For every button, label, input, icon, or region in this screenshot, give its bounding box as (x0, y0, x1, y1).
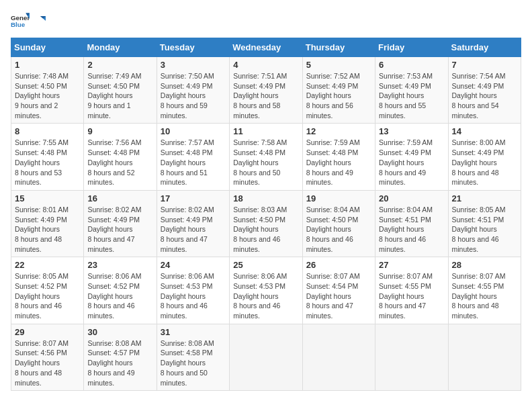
day-info: Sunrise: 7:49 AM Sunset: 4:50 PM Dayligh… (87, 71, 152, 120)
day-of-week-header: Thursday (302, 38, 375, 57)
calendar-day-cell: 20 Sunrise: 8:04 AM Sunset: 4:51 PM Dayl… (375, 190, 448, 257)
calendar-day-cell: 15 Sunrise: 8:01 AM Sunset: 4:49 PM Dayl… (11, 190, 84, 257)
day-info: Sunrise: 8:03 AM Sunset: 4:50 PM Dayligh… (233, 205, 298, 254)
day-info: Sunrise: 8:07 AM Sunset: 4:55 PM Dayligh… (452, 271, 517, 320)
calendar-table: SundayMondayTuesdayWednesdayThursdayFrid… (11, 38, 521, 391)
day-info: Sunrise: 7:50 AM Sunset: 4:49 PM Dayligh… (161, 71, 226, 120)
day-info: Sunrise: 8:07 AM Sunset: 4:56 PM Dayligh… (15, 338, 80, 387)
day-number: 1 (15, 60, 80, 70)
day-number: 29 (15, 327, 80, 337)
day-info: Sunrise: 8:02 AM Sunset: 4:49 PM Dayligh… (161, 205, 226, 254)
day-number: 5 (306, 60, 371, 70)
calendar-day-cell: 13 Sunrise: 7:59 AM Sunset: 4:49 PM Dayl… (375, 124, 448, 190)
day-info: Sunrise: 8:06 AM Sunset: 4:52 PM Dayligh… (87, 271, 152, 320)
day-number: 15 (15, 193, 80, 203)
day-info: Sunrise: 7:51 AM Sunset: 4:49 PM Dayligh… (233, 71, 298, 120)
calendar-day-cell: 30 Sunrise: 8:08 AM Sunset: 4:57 PM Dayl… (84, 324, 157, 390)
day-number: 24 (161, 260, 226, 270)
calendar-day-cell: 8 Sunrise: 7:55 AM Sunset: 4:48 PM Dayli… (11, 124, 84, 190)
day-number: 31 (161, 327, 226, 337)
calendar-day-cell: 9 Sunrise: 7:56 AM Sunset: 4:48 PM Dayli… (84, 124, 157, 190)
day-number: 12 (306, 126, 371, 136)
calendar-day-cell: 6 Sunrise: 7:53 AM Sunset: 4:49 PM Dayli… (375, 57, 448, 124)
day-info: Sunrise: 7:59 AM Sunset: 4:49 PM Dayligh… (379, 138, 444, 187)
calendar-day-cell: 26 Sunrise: 8:07 AM Sunset: 4:54 PM Dayl… (302, 257, 375, 324)
day-info: Sunrise: 7:52 AM Sunset: 4:49 PM Dayligh… (306, 71, 371, 120)
day-number: 6 (379, 60, 444, 70)
calendar-day-cell: 2 Sunrise: 7:49 AM Sunset: 4:50 PM Dayli… (84, 57, 157, 124)
day-number: 16 (87, 193, 152, 203)
calendar-day-cell: 27 Sunrise: 8:07 AM Sunset: 4:55 PM Dayl… (375, 257, 448, 324)
day-info: Sunrise: 7:53 AM Sunset: 4:49 PM Dayligh… (379, 71, 444, 120)
day-number: 13 (379, 126, 444, 136)
day-info: Sunrise: 8:00 AM Sunset: 4:49 PM Dayligh… (452, 138, 517, 187)
day-of-week-header: Tuesday (157, 38, 229, 57)
calendar-day-cell: 7 Sunrise: 7:54 AM Sunset: 4:49 PM Dayli… (448, 57, 521, 124)
day-number: 20 (379, 193, 444, 203)
day-number: 26 (306, 260, 371, 270)
day-number: 25 (233, 260, 298, 270)
calendar-week-row: 15 Sunrise: 8:01 AM Sunset: 4:49 PM Dayl… (11, 190, 521, 257)
calendar-day-cell: 17 Sunrise: 8:02 AM Sunset: 4:49 PM Dayl… (157, 190, 229, 257)
day-info: Sunrise: 8:04 AM Sunset: 4:51 PM Dayligh… (379, 205, 444, 254)
day-info: Sunrise: 8:08 AM Sunset: 4:57 PM Dayligh… (87, 338, 152, 387)
day-info: Sunrise: 7:54 AM Sunset: 4:49 PM Dayligh… (452, 71, 517, 120)
day-number: 17 (161, 193, 226, 203)
logo-bird-icon (34, 14, 46, 26)
day-info: Sunrise: 8:05 AM Sunset: 4:51 PM Dayligh… (452, 205, 517, 254)
day-number: 2 (87, 60, 152, 70)
day-number: 8 (15, 126, 80, 136)
calendar-day-cell: 29 Sunrise: 8:07 AM Sunset: 4:56 PM Dayl… (11, 324, 84, 390)
day-number: 23 (87, 260, 152, 270)
day-number: 10 (161, 126, 226, 136)
day-info: Sunrise: 7:55 AM Sunset: 4:48 PM Dayligh… (15, 138, 80, 187)
calendar-day-cell: 28 Sunrise: 8:07 AM Sunset: 4:55 PM Dayl… (448, 257, 521, 324)
svg-text:Blue: Blue (11, 21, 26, 28)
calendar-day-cell (230, 324, 302, 390)
day-info: Sunrise: 8:06 AM Sunset: 4:53 PM Dayligh… (161, 271, 226, 320)
calendar-day-cell: 11 Sunrise: 7:58 AM Sunset: 4:48 PM Dayl… (230, 124, 302, 190)
calendar-day-cell: 5 Sunrise: 7:52 AM Sunset: 4:49 PM Dayli… (302, 57, 375, 124)
day-number: 4 (233, 60, 298, 70)
calendar-day-cell: 1 Sunrise: 7:48 AM Sunset: 4:50 PM Dayli… (11, 57, 84, 124)
day-info: Sunrise: 8:08 AM Sunset: 4:58 PM Dayligh… (161, 338, 226, 387)
day-number: 21 (452, 193, 517, 203)
calendar-week-row: 8 Sunrise: 7:55 AM Sunset: 4:48 PM Dayli… (11, 124, 521, 190)
day-info: Sunrise: 8:02 AM Sunset: 4:49 PM Dayligh… (87, 205, 152, 254)
day-number: 11 (233, 126, 298, 136)
logo-icon: General Blue (11, 11, 30, 30)
day-of-week-header: Sunday (11, 38, 84, 57)
calendar-week-row: 22 Sunrise: 8:05 AM Sunset: 4:52 PM Dayl… (11, 257, 521, 324)
calendar-week-row: 1 Sunrise: 7:48 AM Sunset: 4:50 PM Dayli… (11, 57, 521, 124)
day-number: 28 (452, 260, 517, 270)
day-info: Sunrise: 7:48 AM Sunset: 4:50 PM Dayligh… (15, 71, 80, 120)
day-info: Sunrise: 8:07 AM Sunset: 4:54 PM Dayligh… (306, 271, 371, 320)
logo: General Blue (11, 11, 46, 30)
calendar-day-cell: 21 Sunrise: 8:05 AM Sunset: 4:51 PM Dayl… (448, 190, 521, 257)
day-of-week-header: Friday (375, 38, 448, 57)
calendar-week-row: 29 Sunrise: 8:07 AM Sunset: 4:56 PM Dayl… (11, 324, 521, 390)
day-info: Sunrise: 7:57 AM Sunset: 4:48 PM Dayligh… (161, 138, 226, 187)
day-info: Sunrise: 8:07 AM Sunset: 4:55 PM Dayligh… (379, 271, 444, 320)
calendar-day-cell: 3 Sunrise: 7:50 AM Sunset: 4:49 PM Dayli… (157, 57, 229, 124)
day-info: Sunrise: 7:59 AM Sunset: 4:48 PM Dayligh… (306, 138, 371, 187)
calendar-day-cell (302, 324, 375, 390)
day-number: 9 (87, 126, 152, 136)
calendar-day-cell: 12 Sunrise: 7:59 AM Sunset: 4:48 PM Dayl… (302, 124, 375, 190)
day-number: 3 (161, 60, 226, 70)
calendar-day-cell: 25 Sunrise: 8:06 AM Sunset: 4:53 PM Dayl… (230, 257, 302, 324)
calendar-day-cell: 31 Sunrise: 8:08 AM Sunset: 4:58 PM Dayl… (157, 324, 229, 390)
day-number: 7 (452, 60, 517, 70)
day-number: 18 (233, 193, 298, 203)
day-of-week-header: Monday (84, 38, 157, 57)
calendar-day-cell: 4 Sunrise: 7:51 AM Sunset: 4:49 PM Dayli… (230, 57, 302, 124)
day-info: Sunrise: 8:06 AM Sunset: 4:53 PM Dayligh… (233, 271, 298, 320)
day-number: 30 (87, 327, 152, 337)
day-number: 22 (15, 260, 80, 270)
calendar-day-cell: 10 Sunrise: 7:57 AM Sunset: 4:48 PM Dayl… (157, 124, 229, 190)
calendar-day-cell: 23 Sunrise: 8:06 AM Sunset: 4:52 PM Dayl… (84, 257, 157, 324)
day-number: 19 (306, 193, 371, 203)
calendar-day-cell: 18 Sunrise: 8:03 AM Sunset: 4:50 PM Dayl… (230, 190, 302, 257)
calendar-day-cell: 16 Sunrise: 8:02 AM Sunset: 4:49 PM Dayl… (84, 190, 157, 257)
day-number: 27 (379, 260, 444, 270)
